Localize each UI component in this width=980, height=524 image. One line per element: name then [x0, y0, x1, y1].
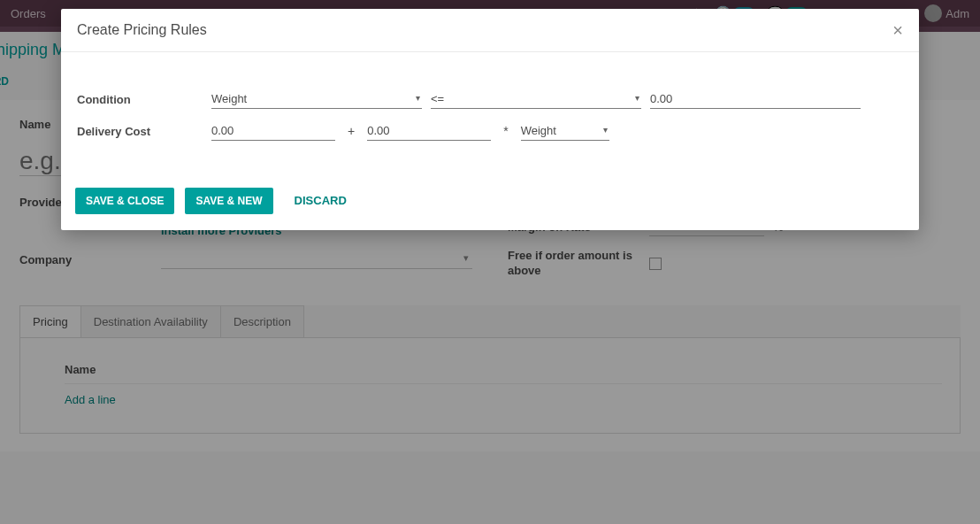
- modal-dialog: Create Pricing Rules × Condition Weight▾…: [61, 9, 919, 230]
- cost-rate-input[interactable]: [367, 121, 491, 141]
- discard-button[interactable]: DISCARD: [284, 187, 357, 214]
- save-close-button[interactable]: SAVE & CLOSE: [75, 188, 174, 214]
- cost-base-input[interactable]: [211, 121, 335, 141]
- condition-label: Condition: [77, 93, 203, 106]
- modal-overlay: Create Pricing Rules × Condition Weight▾…: [0, 0, 980, 524]
- chevron-down-icon: ▾: [635, 93, 639, 103]
- chevron-down-icon: ▾: [603, 125, 608, 135]
- modal-title: Create Pricing Rules: [77, 22, 892, 38]
- condition-variable-select[interactable]: Weight▾: [211, 89, 422, 109]
- cost-label: Delivery Cost: [77, 125, 203, 138]
- chevron-down-icon: ▾: [416, 93, 420, 103]
- close-icon[interactable]: ×: [892, 21, 903, 39]
- condition-value-input[interactable]: [650, 89, 861, 109]
- condition-operator-select[interactable]: <=▾: [431, 89, 641, 109]
- cost-unit-select[interactable]: Weight▾: [521, 121, 609, 141]
- times-op: *: [500, 124, 511, 138]
- save-new-button[interactable]: SAVE & NEW: [185, 188, 272, 214]
- plus-op: +: [344, 124, 358, 138]
